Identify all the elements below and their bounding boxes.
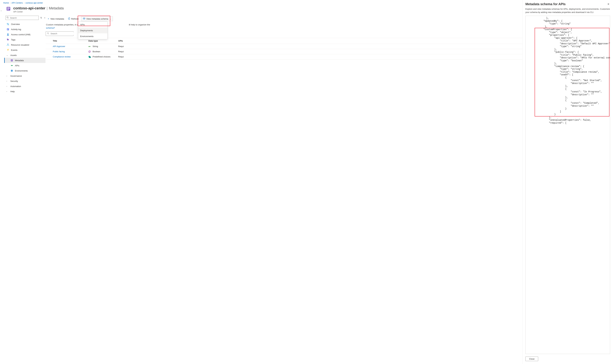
page-subtitle: API Center: [13, 11, 602, 13]
dropdown-item-apis[interactable]: APIs: [78, 22, 107, 27]
sidebar-item-label: Resource visualizer: [11, 44, 29, 46]
predefined-choices-icon: [88, 56, 91, 58]
button-label: Refresh: [71, 18, 79, 20]
row-title[interactable]: API Approver: [46, 44, 81, 49]
row-title[interactable]: Public facing: [46, 49, 81, 54]
sidebar-item-help[interactable]: › Help: [4, 89, 45, 94]
sidebar-item-label: Overview: [11, 23, 20, 26]
chevron-right-icon: ›: [6, 85, 9, 87]
svg-rect-24: [11, 60, 13, 60]
sidebar-item-label: Help: [10, 90, 15, 93]
flyout-title: Metadata schema for APIs: [525, 2, 566, 6]
svg-point-17: [7, 39, 8, 39]
blade-header: contoso-api-center | Metadata API Center…: [4, 5, 613, 15]
sidebar-item-environments[interactable]: Environments: [4, 68, 45, 73]
sidebar-item-metadata[interactable]: Metadata: [4, 58, 45, 63]
api-center-icon: [6, 6, 11, 11]
dropdown-item-deployments[interactable]: Deployments: [78, 27, 107, 33]
svg-point-16: [7, 34, 8, 34]
svg-line-21: [7, 44, 8, 45]
svg-point-29: [84, 18, 84, 19]
search-icon: [7, 16, 9, 19]
eye-icon: [83, 17, 85, 20]
content-search-box[interactable]: [46, 31, 73, 36]
sort-icon[interactable]: ⇅: [40, 17, 42, 19]
sidebar-item-assets[interactable]: ⌄ Assets: [4, 52, 45, 58]
breadcrumb-separator: ›: [24, 2, 25, 4]
svg-text:ABC: ABC: [88, 46, 91, 47]
svg-rect-1: [7, 8, 10, 8]
chevron-right-icon: ›: [6, 80, 9, 82]
svg-line-22: [8, 44, 9, 45]
row-datatype: Predefined choices: [81, 54, 117, 60]
sidebar-item-label: Environments: [15, 70, 28, 72]
sidebar-item-label: Metadata: [15, 59, 24, 62]
sidebar-item-label: Security: [10, 80, 18, 82]
sidebar-item-overview[interactable]: Overview: [4, 22, 45, 27]
expand-handle-icon[interactable]: »: [1, 10, 2, 12]
flyout-description: Explore and view metadata schemas for AP…: [522, 7, 613, 16]
sidebar-item-resource-visualizer[interactable]: Resource visualizer: [4, 42, 45, 47]
boolean-type-icon: [88, 51, 91, 53]
view-metadata-schema-button[interactable]: View metadata schema ⌄: [81, 16, 113, 21]
refresh-icon: [68, 17, 70, 20]
chevron-down-icon: ⌄: [6, 54, 9, 56]
sidebar-item-security[interactable]: › Security: [4, 78, 45, 84]
svg-point-30: [47, 33, 49, 34]
sidebar-item-label: Events: [11, 49, 17, 51]
svg-rect-25: [11, 60, 13, 61]
row-title[interactable]: Compliance review: [46, 54, 81, 60]
page-title-section: Metadata: [49, 6, 64, 10]
column-header-title[interactable]: Title: [46, 38, 81, 44]
sidebar-item-automation[interactable]: › Automation: [4, 84, 45, 89]
sidebar-item-access-control[interactable]: Access control (IAM): [4, 32, 45, 37]
dropdown-item-environments[interactable]: Environments: [78, 33, 107, 39]
breadcrumb-api-centers[interactable]: API Centers: [12, 2, 23, 4]
activity-log-icon: [6, 28, 9, 31]
row-datatype: ABC String: [81, 44, 117, 49]
schema-code-scroll[interactable]: }, "UpdatedBy": { "type": "string" }, "c…: [526, 16, 610, 354]
info-link-schema[interactable]: schema?: [46, 27, 55, 29]
breadcrumb-home[interactable]: Home: [3, 2, 9, 4]
resource-visualizer-icon: [6, 43, 9, 46]
sidebar-item-label: Access control (IAM): [11, 33, 30, 36]
sidebar-item-label: Automation: [10, 85, 21, 88]
sidebar-item-label: Activity log: [11, 28, 21, 31]
schema-code-container: }, "UpdatedBy": { "type": "string" }, "c…: [525, 16, 610, 354]
sidebar-item-label: Assets: [10, 54, 17, 56]
svg-rect-2: [7, 8, 10, 9]
chevron-right-icon: ›: [6, 75, 9, 77]
sidebar-item-label: Tags: [11, 39, 15, 41]
sidebar-item-events[interactable]: Events: [4, 47, 45, 52]
row-datatype: Boolean: [81, 49, 117, 54]
page-title-resource: contoso-api-center: [13, 6, 45, 10]
search-icon: [47, 32, 49, 35]
breadcrumb-resource[interactable]: contoso-api-center: [26, 2, 43, 4]
close-icon[interactable]: ✕: [607, 2, 610, 6]
schema-flyout: Metadata schema for APIs ✕ Explore and v…: [522, 0, 613, 364]
content-search-input[interactable]: [50, 32, 78, 35]
sidebar-search-box[interactable]: [5, 16, 39, 20]
breadcrumb-separator: ›: [10, 2, 11, 4]
svg-line-31: [49, 34, 49, 34]
view-schema-dropdown: APIs Deployments Environments: [78, 22, 108, 39]
new-metadata-button[interactable]: ＋ New metadata: [46, 16, 66, 21]
environments-icon: [10, 69, 13, 72]
sidebar-item-label: APIs: [15, 65, 19, 67]
sidebar-item-tags[interactable]: Tags: [4, 37, 45, 42]
schema-code: }, "UpdatedBy": { "type": "string" }, "c…: [535, 17, 609, 124]
string-type-icon: ABC: [88, 45, 91, 47]
overview-icon: [6, 23, 9, 26]
sidebar-item-governance[interactable]: › Governance: [4, 73, 45, 78]
sidebar-item-apis[interactable]: APIs: [4, 63, 45, 68]
sidebar-item-activity-log[interactable]: Activity log: [4, 27, 45, 32]
sidebar-search-input[interactable]: [10, 16, 38, 19]
sidebar-item-label: Governance: [10, 75, 22, 77]
sidebar: ⇅ « Overview: [4, 15, 46, 364]
apis-icon: [10, 64, 13, 67]
close-button[interactable]: Close: [525, 357, 538, 361]
svg-rect-15: [7, 30, 8, 30]
svg-line-34: [89, 51, 90, 52]
refresh-button[interactable]: Refresh: [66, 16, 80, 21]
svg-rect-36: [89, 56, 91, 58]
